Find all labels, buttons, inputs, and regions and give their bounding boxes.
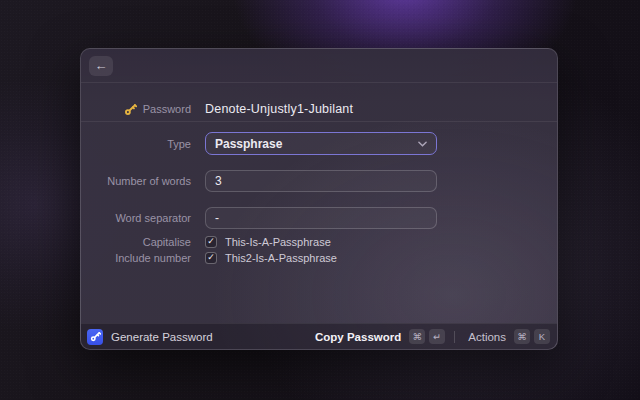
capitalise-preview-text: This-Is-A-Passphrase: [225, 236, 331, 248]
password-label: Password: [143, 103, 191, 115]
include-number-label: Include number: [81, 252, 191, 264]
action-bar-left: Generate Password: [87, 329, 213, 345]
cmd-keycap: ⌘: [409, 329, 425, 344]
action-bar-right: Copy Password ⌘ ↵ Actions ⌘ K: [315, 329, 550, 344]
type-dropdown-value: Passphrase: [215, 137, 282, 151]
action-bar: Generate Password Copy Password ⌘ ↵ Acti…: [81, 323, 557, 349]
back-button[interactable]: ←: [89, 56, 113, 76]
password-generator-window: ← Password Denote-Unjustly1-: [80, 48, 558, 350]
number-of-words-input[interactable]: 3: [205, 170, 437, 192]
word-separator-label: Word separator: [81, 212, 191, 224]
k-keycap: K: [534, 329, 550, 344]
type-dropdown[interactable]: Passphrase: [205, 132, 437, 155]
capitalise-label: Capitalise: [81, 236, 191, 248]
capitalise-cell: ✓ This-Is-A-Passphrase: [205, 236, 437, 248]
include-number-checkbox[interactable]: ✓: [205, 252, 217, 264]
password-label-cell: Password: [81, 97, 191, 121]
key-icon: [124, 103, 137, 116]
chevron-down-icon: [418, 141, 427, 147]
capitalise-row: Capitalise ✓ This-Is-A-Passphrase: [81, 235, 557, 248]
extension-icon: [87, 329, 103, 345]
back-arrow-icon: ←: [95, 59, 108, 72]
checkmark-icon: ✓: [207, 237, 215, 246]
command-title: Generate Password: [111, 331, 213, 343]
word-separator-row: Word separator -: [81, 207, 557, 229]
password-form: Type Passphrase Number of words 3 Word s…: [81, 122, 557, 264]
capitalise-checkbox[interactable]: ✓: [205, 236, 217, 248]
copy-password-button[interactable]: Copy Password: [315, 331, 401, 343]
generated-password-value: Denote-Unjustly1-Jubilant: [205, 97, 437, 121]
generated-password-row: Password Denote-Unjustly1-Jubilant: [81, 83, 557, 122]
word-separator-input[interactable]: -: [205, 207, 437, 229]
actions-button[interactable]: Actions: [468, 331, 506, 343]
include-number-preview-text: This2-Is-A-Passphrase: [225, 252, 337, 264]
type-row: Type Passphrase: [81, 132, 557, 155]
number-of-words-value: 3: [215, 174, 222, 188]
include-number-cell: ✓ This2-Is-A-Passphrase: [205, 252, 437, 264]
desktop-background: ← Password Denote-Unjustly1-: [0, 0, 640, 400]
window-header: ←: [81, 49, 557, 83]
word-separator-value: -: [215, 211, 219, 225]
footer-divider: [454, 331, 455, 343]
cmd-keycap: ⌘: [514, 329, 530, 344]
enter-keycap: ↵: [429, 329, 445, 344]
type-field-label: Type: [81, 138, 191, 150]
number-of-words-label: Number of words: [81, 175, 191, 187]
checkmark-icon: ✓: [207, 253, 215, 262]
number-of-words-row: Number of words 3: [81, 170, 557, 192]
include-number-row: Include number ✓ This2-Is-A-Passphrase: [81, 251, 557, 264]
